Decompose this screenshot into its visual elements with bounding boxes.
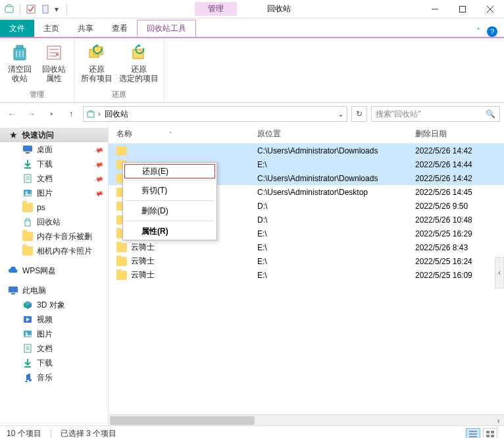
view-details-button[interactable] <box>466 428 480 439</box>
bin-icon <box>22 217 33 227</box>
window-title: 回收站 <box>263 2 295 16</box>
view-large-icons-button[interactable] <box>483 428 497 439</box>
qat-customize-icon[interactable]: ▾ <box>55 5 61 14</box>
nav-back-button[interactable]: ← <box>4 106 20 122</box>
folder-icon <box>116 257 127 266</box>
navigation-pane[interactable]: ★ 快速访问 桌面📌 下载📌 文档📌 图片📌 ps 回收站 内存卡音乐被删 相机… <box>0 125 109 425</box>
folder-icon <box>116 146 127 155</box>
sidebar-item[interactable]: 3D 对象 <box>0 298 108 312</box>
pin-icon: 📌 <box>93 173 104 184</box>
folder-icon <box>116 271 127 280</box>
tab-home[interactable]: 主页 <box>34 20 68 37</box>
ribbon-group-restore: 还原 所有项目 还原 选定的项目 还原 <box>74 38 164 102</box>
sidebar-item[interactable]: 内存卡音乐被删 <box>0 229 108 244</box>
sidebar-item[interactable]: 视频 <box>0 312 108 327</box>
svg-rect-26 <box>9 287 18 292</box>
context-properties[interactable]: 属性(R) <box>123 223 216 240</box>
sidebar-item[interactable]: 下载📌 <box>0 157 108 171</box>
svg-rect-27 <box>11 293 15 294</box>
navigation-bar: ← → ▾ ↑ › 回收站 ⌄ ↻ 搜索"回收站" 🔍 <box>0 103 504 125</box>
column-headers[interactable]: 名称˄ 原位置 删除日期 <box>109 125 504 144</box>
empty-bin-icon <box>9 42 30 63</box>
breadcrumb[interactable]: 回收站 <box>103 109 130 120</box>
sidebar-item[interactable]: 图片📌 <box>0 186 108 200</box>
sidebar-quick-access[interactable]: ★ 快速访问 <box>0 128 108 142</box>
refresh-button[interactable]: ↻ <box>351 106 367 122</box>
svg-rect-39 <box>491 431 494 433</box>
sidebar-item[interactable]: 音乐 <box>0 370 108 385</box>
svg-rect-40 <box>486 435 490 437</box>
ribbon-collapse-icon[interactable]: ˄ <box>476 27 480 36</box>
empty-recycle-bin-button[interactable]: 清空回 收站 <box>4 41 36 88</box>
sidebar-item[interactable]: 桌面📌 <box>0 142 108 157</box>
scroll-right-icon[interactable]: › <box>493 415 504 426</box>
sidebar-item[interactable]: 图片 <box>0 327 108 341</box>
restore-all-button[interactable]: 还原 所有项目 <box>78 41 115 88</box>
context-cut[interactable]: 剪切(T) <box>123 182 216 199</box>
table-row[interactable]: 云骑士 E:\ 2022/5/26 8:43 <box>109 240 504 254</box>
table-row[interactable]: C:\Users\Administrator\Downloads 2022/5/… <box>109 144 504 157</box>
search-input[interactable]: 搜索"回收站" 🔍 <box>371 106 500 122</box>
sidebar-item[interactable]: 相机内存卡照片 <box>0 244 108 258</box>
restore-selected-icon <box>128 42 149 63</box>
scrollbar-thumb[interactable] <box>110 416 255 425</box>
sidebar-item[interactable]: 回收站 <box>0 215 108 229</box>
svg-point-24 <box>26 192 28 194</box>
search-icon[interactable]: 🔍 <box>486 109 495 119</box>
video-icon <box>22 314 33 325</box>
preview-pane-toggle[interactable]: ‹ <box>495 257 504 288</box>
sidebar-item[interactable]: 文档📌 <box>0 171 108 186</box>
tab-view[interactable]: 查看 <box>103 20 137 37</box>
horizontal-scrollbar[interactable]: › <box>109 414 504 425</box>
folder-icon <box>22 231 33 242</box>
status-selected-count: 已选择 3 个项目 <box>61 428 116 438</box>
svg-rect-25 <box>25 221 30 226</box>
svg-rect-1 <box>27 5 35 13</box>
context-delete[interactable]: 删除(D) <box>123 202 216 219</box>
download-icon <box>22 358 33 368</box>
sidebar-this-pc[interactable]: 此电脑 <box>0 283 108 298</box>
table-row[interactable]: 云骑士 E:\ 2022/5/25 16:24 <box>109 254 504 268</box>
address-bar[interactable]: › 回收站 ⌄ <box>83 106 347 122</box>
svg-rect-41 <box>491 435 494 437</box>
svg-rect-31 <box>24 344 31 352</box>
close-button[interactable] <box>476 0 504 18</box>
help-icon[interactable]: ? <box>487 26 497 37</box>
restore-selected-button[interactable]: 还原 选定的项目 <box>118 41 160 88</box>
ribbon-group-manage: 清空回 收站 回收站 属性 管理 <box>0 38 74 102</box>
tab-recycle-tools[interactable]: 回收站工具 <box>137 20 196 37</box>
svg-rect-20 <box>24 175 31 182</box>
pin-icon: 📌 <box>93 159 104 169</box>
search-placeholder: 搜索"回收站" <box>376 109 421 120</box>
sidebar-item[interactable]: 文档 <box>0 341 108 356</box>
sidebar-item[interactable]: ps <box>0 200 108 215</box>
restore-all-icon <box>86 42 107 63</box>
recycle-bin-crumb-icon <box>86 109 95 119</box>
contextual-tab-label: 管理 <box>195 2 237 16</box>
nav-history-icon[interactable]: ▾ <box>43 106 59 122</box>
qat-checkbox-icon[interactable] <box>26 4 36 14</box>
nav-forward-button[interactable]: → <box>24 106 39 122</box>
tab-share[interactable]: 共享 <box>68 20 103 37</box>
sort-ascending-icon: ˄ <box>169 131 172 138</box>
star-icon: ★ <box>8 130 18 140</box>
download-icon <box>22 159 33 169</box>
minimize-button[interactable] <box>421 0 449 18</box>
folder-icon <box>22 246 33 256</box>
address-dropdown-icon[interactable]: ⌄ <box>338 109 344 119</box>
tab-file[interactable]: 文件 <box>0 20 34 37</box>
svg-rect-15 <box>133 49 143 59</box>
sidebar-item[interactable]: 下载 <box>0 356 108 370</box>
chevron-right-icon[interactable]: › <box>98 109 101 119</box>
maximize-button[interactable] <box>449 0 476 18</box>
table-row[interactable]: 云骑士 E:\ 2022/5/25 16:09 <box>109 268 504 282</box>
context-restore[interactable]: 还原(E) <box>124 164 215 178</box>
nav-up-button[interactable]: ↑ <box>63 106 79 122</box>
svg-rect-16 <box>88 112 94 117</box>
recycle-bin-properties-button[interactable]: 回收站 属性 <box>38 41 70 88</box>
status-bar: 10 个项目 已选择 3 个项目 <box>0 425 504 438</box>
qat-doc-icon[interactable] <box>40 4 51 14</box>
sidebar-wps[interactable]: WPS网盘 <box>0 263 108 278</box>
cloud-icon <box>8 265 18 276</box>
svg-rect-17 <box>23 146 32 151</box>
